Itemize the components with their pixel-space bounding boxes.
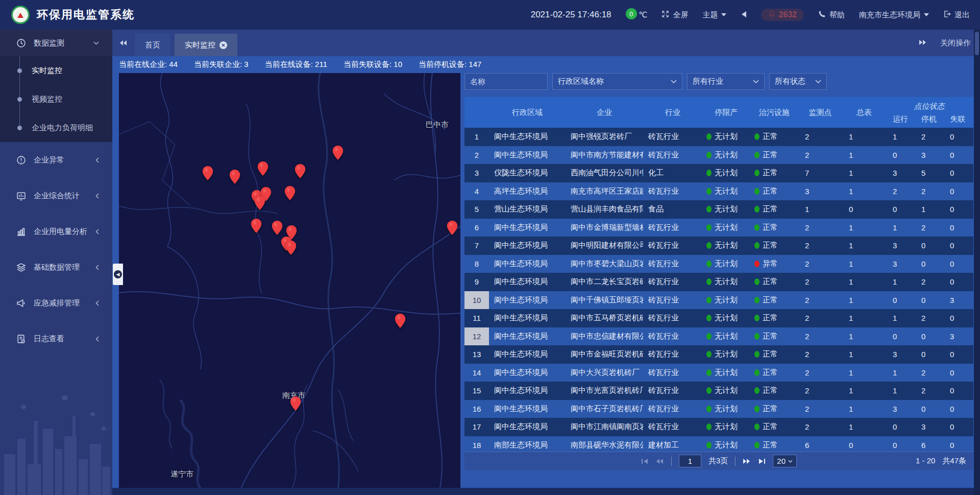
table-row[interactable]: 16阆中生态环境局阆中市石子页岩机砖厂砖瓦行业无计划正常21300	[464, 400, 973, 418]
chevron-left-icon	[95, 157, 99, 163]
table-row[interactable]: 13阆中生态环境局阆中市金福旺页岩机砖砖瓦行业无计划正常21300	[464, 345, 973, 364]
status-dot-icon	[706, 333, 712, 340]
name-filter	[464, 73, 548, 90]
row-index: 8	[464, 255, 489, 273]
table-row[interactable]: 9阆中生态环境局阆中市二龙长宝页岩砖砖瓦行业无计划正常21120	[464, 273, 973, 291]
name-filter-input[interactable]	[470, 77, 542, 86]
cell-region: 阆中生态环境局	[489, 313, 566, 323]
map-pin[interactable]	[395, 314, 406, 330]
row-index: 13	[464, 345, 489, 364]
table-row[interactable]: 1阆中生态环境局阆中强锐页岩砖厂砖瓦行业无计划正常21120	[464, 128, 973, 146]
cell-company: 阆中市光富页岩机砖厂	[566, 386, 643, 395]
cell-stop: 0	[915, 350, 943, 359]
status-filter-select[interactable]: 所有状态	[769, 73, 827, 90]
mute-button[interactable]	[741, 11, 747, 19]
sidebar-subitem-0-0[interactable]: 实时监控	[0, 56, 112, 85]
sidebar-item-4[interactable]: 基础数据管理	[0, 249, 112, 285]
next-page-button[interactable]	[743, 458, 751, 464]
map-pin[interactable]	[272, 221, 282, 237]
last-page-button[interactable]	[758, 458, 766, 464]
cell-meters: 1	[842, 332, 886, 341]
map-pin[interactable]	[254, 196, 265, 212]
table-row[interactable]: 2阆中生态环境局阆中市南方节能建材有砖瓦行业无计划正常21030	[464, 146, 973, 164]
filter-row: 行政区域名称 所有行业 所有状态	[464, 73, 973, 90]
tab-1[interactable]: 实时监控	[175, 34, 237, 56]
map-pin[interactable]	[258, 161, 268, 178]
sidebar-item-3[interactable]: 企业用电量分析	[0, 214, 112, 249]
cell-industry: 砖瓦行业	[643, 259, 702, 269]
table-row[interactable]: 6阆中生态环境局阆中市金博瑞新型墙材砖瓦行业无计划正常21120	[464, 219, 973, 237]
map-pin[interactable]	[295, 164, 305, 180]
map-pin[interactable]	[447, 221, 457, 237]
sidebar-collapse-handle[interactable]: ◀	[113, 264, 123, 285]
sidebar-item-5[interactable]: 应急减排管理	[0, 285, 112, 321]
table-row[interactable]: 12阆中生态环境局阆中市忠信建材有限公砖瓦行业无计划正常21003	[464, 327, 973, 346]
scrollbar-thumb[interactable]	[975, 32, 979, 55]
cell-region: 营山生态环境局	[489, 204, 566, 214]
table-row[interactable]: 15阆中生态环境局阆中市光富页岩机砖厂砖瓦行业无计划正常21120	[464, 382, 973, 400]
tabs-scroll-right-button[interactable]	[919, 38, 927, 48]
industry-filter-select[interactable]: 所有行业	[687, 73, 765, 90]
cell-industry: 砖瓦行业	[643, 332, 702, 341]
sidebar-item-1[interactable]: 企业异常	[0, 142, 112, 178]
page-input[interactable]	[679, 455, 701, 467]
table-row[interactable]: 5营山生态环境局营山县润丰肉食品有限食品无计划正常10010	[464, 200, 973, 219]
fullscreen-button[interactable]: 全屏	[662, 10, 688, 20]
sidebar-subitem-0-1[interactable]: 视频监控	[0, 85, 112, 113]
table-row[interactable]: 4高坪生态环境局南充市高坪区王家店建砖瓦行业无计划正常31220	[464, 182, 973, 201]
cell-meters: 1	[842, 277, 886, 286]
cell-meters: 1	[842, 368, 886, 377]
map-panel[interactable]: 巴中市南充市遂宁市	[119, 73, 460, 488]
table-row[interactable]: 3仪陇生态环境局西南油气田分公司川中化工无计划正常71350	[464, 164, 973, 182]
close-icon[interactable]	[219, 41, 227, 49]
table-row[interactable]: 14阆中生态环境局阆中大兴页岩机砖厂砖瓦行业无计划正常21120	[464, 364, 973, 382]
map-pin[interactable]	[251, 219, 261, 235]
prev-page-button[interactable]	[656, 458, 664, 464]
tab-label: 实时监控	[185, 40, 215, 50]
map-pin[interactable]	[285, 186, 296, 202]
map-pin[interactable]	[333, 146, 344, 162]
map-pin[interactable]	[290, 396, 301, 413]
sidebar-subitem-0-2[interactable]: 企业电力负荷明细	[0, 113, 112, 142]
table-row[interactable]: 10阆中生态环境局阆中千佛镇五郎垭页岩砖瓦行业无计划正常21003	[464, 291, 973, 310]
org-dropdown[interactable]: 南充市生态环境局	[859, 10, 929, 20]
cell-production-status: 无计划	[702, 349, 750, 359]
table-row[interactable]: 11阆中生态环境局阆中市五马桥页岩机砖砖瓦行业无计划正常21120	[464, 309, 973, 327]
notification-badge[interactable]: 2632	[761, 9, 804, 21]
first-page-button[interactable]	[641, 458, 649, 464]
table-row[interactable]: 7阆中生态环境局阆中明阳建材有限公司砖瓦行业无计划正常21300	[464, 237, 973, 255]
cell-industry: 砖瓦行业	[643, 368, 702, 378]
bullet-dot-icon	[17, 68, 22, 73]
cell-points: 2	[798, 241, 842, 250]
map-city-label: 遂宁市	[170, 469, 193, 479]
table-row[interactable]: 17阆中生态环境局阆中市江南镇阆南页岩砖瓦行业无计划正常21030	[464, 418, 973, 436]
cell-production-status: 无计划	[702, 386, 750, 395]
map-pin[interactable]	[202, 166, 213, 182]
sidebar-item-6[interactable]: 日志查看	[0, 321, 112, 357]
page-size-select[interactable]: 20	[773, 455, 797, 467]
logout-button[interactable]: 退出	[943, 10, 970, 20]
help-button[interactable]: 帮助	[818, 10, 845, 20]
sidebar-subitem-label: 实时监控	[32, 66, 62, 76]
cell-stop: 0	[915, 296, 943, 304]
close-operations-button[interactable]: 关闭操作	[940, 38, 971, 48]
table-row[interactable]: 8阆中生态环境局阆中市枣碧大梁山页岩砖瓦行业无计划异常21300	[464, 255, 973, 273]
cell-production-status: 无计划	[702, 241, 750, 250]
row-index: 4	[464, 182, 489, 201]
sidebar-item-0[interactable]: 数据监测	[0, 30, 112, 56]
table-row[interactable]: 18南部生态环境局南部县砚华水泥有限公建材加工无计划正常60060	[464, 436, 973, 452]
status-dot-icon	[754, 224, 760, 231]
status-dot-icon	[754, 188, 760, 195]
cell-company: 阆中市五马桥页岩机砖	[566, 313, 643, 323]
theme-dropdown[interactable]: 主题	[702, 10, 726, 20]
status-dot-icon	[706, 369, 712, 376]
region-filter-select[interactable]: 行政区域名称	[552, 73, 682, 90]
tab-0[interactable]: 首页	[135, 34, 170, 56]
sidebar-item-2[interactable]: 企业综合统计	[0, 178, 112, 214]
cell-run: 3	[886, 169, 915, 177]
sidebar-group-0: 数据监测实时监控视频监控企业电力负荷明细	[0, 30, 112, 142]
page-scrollbar[interactable]	[974, 30, 980, 495]
tabs-scroll-left-button[interactable]	[112, 30, 135, 56]
map-pin[interactable]	[285, 241, 296, 257]
map-pin[interactable]	[230, 170, 240, 186]
